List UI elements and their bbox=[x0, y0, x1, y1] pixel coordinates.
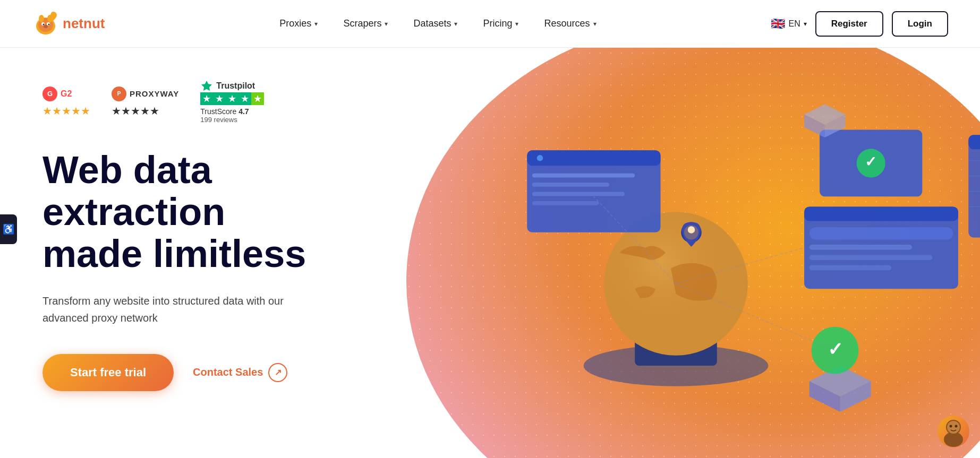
cta-row: Start free trial Contact Sales ↗ bbox=[42, 354, 372, 391]
svg-point-76 bbox=[955, 425, 958, 428]
g2-stars: ★ ★ ★ ★ ★ bbox=[42, 105, 90, 117]
svg-point-74 bbox=[947, 421, 960, 434]
chevron-down-icon: ▾ bbox=[385, 20, 388, 28]
svg-point-75 bbox=[950, 425, 952, 428]
nav-scrapers[interactable]: Scrapers ▾ bbox=[343, 18, 388, 29]
svg-point-73 bbox=[944, 432, 963, 447]
hero-left: G G2 ★ ★ ★ ★ ★ P PROXYWAY ★ bbox=[0, 48, 372, 458]
trustscore-text: TrustScore 4.7 bbox=[200, 107, 249, 116]
svg-point-24 bbox=[537, 155, 543, 161]
svg-text:✓: ✓ bbox=[828, 339, 843, 359]
proxyway-rating: P PROXYWAY ★ ★ ★ ★ ★ bbox=[112, 87, 179, 117]
svg-marker-10 bbox=[201, 81, 212, 91]
logo[interactable]: netnut bbox=[32, 10, 105, 38]
svg-rect-32 bbox=[809, 255, 933, 260]
hero-illustration: ✓ bbox=[372, 48, 980, 458]
chevron-down-icon: ▾ bbox=[593, 20, 596, 28]
hero-subtext: Transform any website into structured da… bbox=[42, 292, 329, 326]
g2-label: G2 bbox=[61, 89, 72, 99]
logo-icon bbox=[32, 10, 59, 38]
trustpilot-logo: Trustpilot bbox=[200, 80, 255, 92]
nav-links: Proxies ▾ Scrapers ▾ Datasets ▾ Pricing … bbox=[279, 18, 596, 29]
svg-rect-22 bbox=[532, 192, 625, 196]
svg-point-6 bbox=[43, 23, 45, 25]
svg-point-2 bbox=[39, 15, 44, 22]
navbar: netnut Proxies ▾ Scrapers ▾ Datasets ▾ P… bbox=[0, 0, 980, 48]
chevron-down-icon: ▾ bbox=[454, 20, 457, 28]
trustpilot-icon bbox=[200, 80, 213, 92]
g2-badge: G bbox=[42, 87, 57, 101]
nav-proxies[interactable]: Proxies ▾ bbox=[279, 18, 318, 29]
nav-pricing[interactable]: Pricing ▾ bbox=[483, 18, 518, 29]
svg-rect-20 bbox=[532, 174, 635, 178]
svg-rect-33 bbox=[809, 265, 892, 271]
accessibility-button[interactable]: ♿ bbox=[0, 214, 17, 244]
chevron-down-icon: ▾ bbox=[515, 20, 518, 28]
register-button[interactable]: Register bbox=[815, 11, 883, 37]
svg-rect-31 bbox=[809, 245, 912, 250]
nav-resources[interactable]: Resources ▾ bbox=[544, 18, 596, 29]
svg-rect-19 bbox=[527, 150, 660, 166]
svg-point-9 bbox=[45, 24, 47, 26]
svg-point-3 bbox=[47, 15, 53, 22]
svg-rect-35 bbox=[968, 135, 980, 149]
svg-rect-30 bbox=[809, 227, 953, 239]
svg-rect-23 bbox=[532, 201, 599, 205]
hero-headline: Web data extraction made limitless bbox=[42, 149, 372, 275]
contact-sales-button[interactable]: Contact Sales ↗ bbox=[193, 363, 287, 382]
ratings-row: G G2 ★ ★ ★ ★ ★ P PROXYWAY ★ bbox=[42, 80, 372, 124]
svg-point-17 bbox=[684, 225, 698, 239]
proxyway-logo: P PROXYWAY bbox=[112, 87, 179, 101]
chevron-down-icon: ▾ bbox=[314, 20, 318, 28]
login-button[interactable]: Login bbox=[892, 11, 948, 37]
review-count: 199 reviews bbox=[200, 116, 237, 124]
svg-rect-29 bbox=[804, 207, 958, 221]
flag-icon: 🇬🇧 bbox=[771, 17, 785, 31]
language-selector[interactable]: 🇬🇧 EN ▾ bbox=[771, 17, 806, 31]
trustpilot-stars: ★ ★ ★ ★ ★ bbox=[200, 92, 264, 105]
start-trial-button[interactable]: Start free trial bbox=[42, 354, 174, 391]
accessibility-icon: ♿ bbox=[3, 223, 14, 235]
hero-right: ✓ bbox=[372, 48, 980, 458]
logo-text: netnut bbox=[63, 15, 105, 32]
chat-avatar[interactable] bbox=[938, 416, 969, 447]
trustpilot-label: Trustpilot bbox=[216, 81, 255, 91]
proxyway-stars: ★ ★ ★ ★ ★ bbox=[112, 105, 159, 117]
proxyway-label: PROXYWAY bbox=[130, 89, 179, 98]
svg-rect-34 bbox=[968, 135, 980, 237]
avatar-icon bbox=[938, 416, 969, 447]
proxyway-badge: P bbox=[112, 87, 126, 101]
nav-datasets[interactable]: Datasets ▾ bbox=[413, 18, 457, 29]
nav-right: 🇬🇧 EN ▾ Register Login bbox=[771, 11, 948, 37]
svg-text:✓: ✓ bbox=[865, 154, 877, 170]
chevron-down-icon: ▾ bbox=[804, 20, 807, 28]
hero-section: G G2 ★ ★ ★ ★ ★ P PROXYWAY ★ bbox=[0, 48, 980, 458]
g2-rating: G G2 ★ ★ ★ ★ ★ bbox=[42, 87, 90, 117]
arrow-icon: ↗ bbox=[268, 363, 287, 382]
g2-logo: G G2 bbox=[42, 87, 72, 101]
svg-point-7 bbox=[48, 23, 50, 25]
trustpilot-rating: Trustpilot ★ ★ ★ ★ ★ TrustScore 4.7 199 … bbox=[200, 80, 264, 124]
svg-rect-21 bbox=[532, 183, 609, 187]
